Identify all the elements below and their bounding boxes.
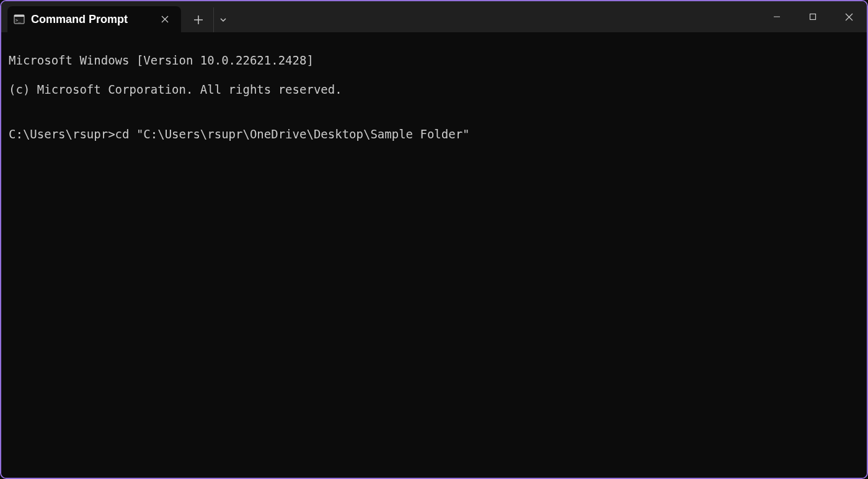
command-prompt-icon: >_: [14, 14, 25, 25]
svg-text:>_: >_: [16, 18, 21, 23]
tab-title: Command Prompt: [31, 13, 151, 26]
svg-rect-8: [810, 14, 816, 20]
minimize-button[interactable]: [759, 1, 795, 32]
terminal-output-line: (c) Microsoft Corporation. All rights re…: [9, 83, 859, 97]
tab-command-prompt[interactable]: >_ Command Prompt: [7, 6, 181, 32]
close-button[interactable]: [831, 1, 867, 32]
terminal-output-line: Microsoft Windows [Version 10.0.22621.24…: [9, 53, 859, 68]
tab-dropdown-button[interactable]: [213, 7, 232, 32]
tab-area: >_ Command Prompt: [1, 1, 232, 32]
terminal-content[interactable]: Microsoft Windows [Version 10.0.22621.24…: [1, 32, 867, 478]
new-tab-button[interactable]: [186, 7, 211, 32]
terminal-prompt-line: C:\Users\rsupr>cd "C:\Users\rsupr\OneDri…: [9, 127, 859, 142]
maximize-button[interactable]: [795, 1, 831, 32]
svg-rect-1: [14, 15, 24, 17]
titlebar: >_ Command Prompt: [1, 1, 867, 32]
tab-close-button[interactable]: [157, 12, 172, 27]
window-controls: [759, 1, 867, 32]
